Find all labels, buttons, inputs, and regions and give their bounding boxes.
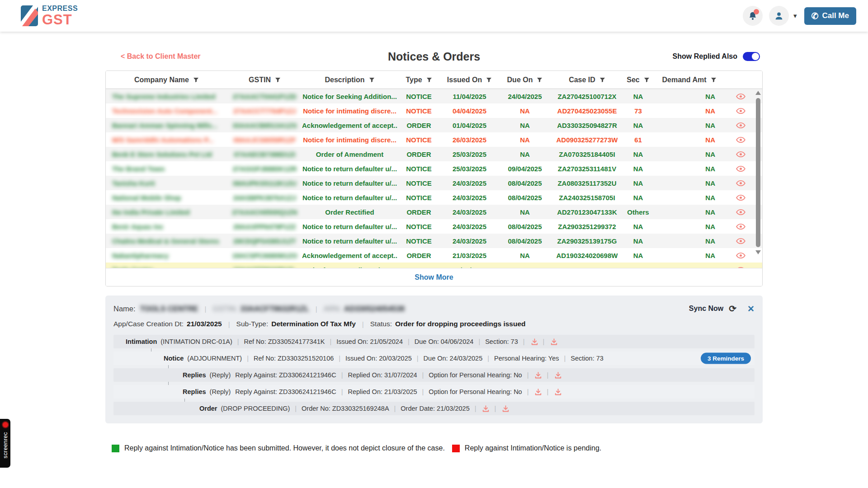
show-replied-toggle[interactable] (743, 52, 760, 61)
column-header-case-id[interactable]: Case ID (551, 76, 623, 84)
filter-icon[interactable] (275, 77, 281, 83)
thread-label: Replies (183, 388, 206, 395)
refresh-icon[interactable]: ⟳ (729, 303, 736, 314)
row-view-button[interactable] (725, 136, 756, 143)
filter-icon[interactable] (426, 77, 432, 83)
table-row[interactable]: Nakantipharmacy19ACSPC6680M1ZOAcknowledg… (106, 248, 762, 263)
row-view-button[interactable] (725, 180, 756, 187)
cell-issued-on: 24/03/2025 (440, 223, 499, 230)
call-me-button[interactable]: ✆ Call Me (804, 7, 856, 25)
table-row[interactable]: Itw India Private Limited27AAACH0500Q1ZN… (106, 205, 762, 219)
name-label: Name: (113, 305, 136, 313)
view-details-eye-icon[interactable] (736, 194, 746, 201)
table-row[interactable]: M/S Samriddhi Automations P...09AAJCS805… (106, 132, 762, 147)
filter-icon[interactable] (599, 77, 605, 83)
table-row[interactable]: Tanisha Kurti08AUPKS5112K1ZUNotice to re… (106, 176, 762, 190)
table-row[interactable]: The Supreme Industries Limited27AAACT044… (106, 89, 762, 103)
download-button[interactable] (535, 372, 542, 379)
view-details-eye-icon[interactable] (736, 180, 746, 187)
column-header-gstin[interactable]: GSTIN (227, 76, 302, 84)
download-icon[interactable] (535, 372, 542, 379)
view-details-eye-icon[interactable] (736, 108, 746, 114)
column-header-type[interactable]: Type (397, 76, 440, 84)
notifications-button[interactable] (743, 6, 763, 26)
row-view-button[interactable] (725, 151, 756, 158)
download-button[interactable] (535, 389, 542, 395)
scroll-down-arrow[interactable] (755, 250, 761, 254)
view-details-eye-icon[interactable] (736, 151, 746, 158)
view-details-eye-icon[interactable] (736, 122, 746, 129)
view-details-eye-icon[interactable] (736, 93, 746, 100)
view-details-eye-icon[interactable] (736, 238, 746, 244)
cell-demand-amt: NA (653, 150, 725, 158)
row-view-button[interactable] (725, 93, 756, 100)
table-row[interactable]: Benk E Store Solutions Pvt Ltd07AAECB739… (106, 147, 762, 161)
row-view-button[interactable] (725, 209, 756, 216)
download-icon[interactable] (551, 338, 557, 345)
download-icon[interactable] (555, 389, 561, 395)
view-details-eye-icon[interactable] (736, 165, 746, 172)
filter-icon[interactable] (537, 77, 542, 83)
scroll-up-arrow[interactable] (755, 91, 761, 95)
column-header-description[interactable]: Description (302, 76, 397, 84)
cell-case-id: ZA2903251299372 (551, 223, 623, 230)
filter-icon[interactable] (193, 77, 199, 83)
screenrec-widget[interactable]: screenrec (0, 419, 10, 468)
row-view-button[interactable] (725, 223, 756, 230)
download-button[interactable] (531, 338, 538, 345)
table-row[interactable]: The Brand Town27AGGPJ8880K1ZRNotice to r… (106, 161, 762, 176)
column-header-company-name[interactable]: Company Name (106, 76, 227, 84)
row-view-button[interactable] (725, 194, 756, 201)
row-view-button[interactable] (725, 252, 756, 259)
view-details-eye-icon[interactable] (736, 252, 746, 259)
download-button[interactable] (551, 338, 557, 345)
scrollbar-thumb[interactable] (756, 98, 760, 247)
reminders-badge[interactable]: 3 Reminders (701, 353, 751, 364)
row-view-button[interactable] (725, 122, 756, 129)
cell-issued-on: 04/04/2025 (440, 107, 499, 115)
table-row[interactable]: Technovision Auto Component...27AACCT776… (106, 103, 762, 118)
cell-issued-on: 24/03/2025 (440, 179, 499, 187)
row-view-button[interactable] (725, 165, 756, 172)
cell-type: NOTICE (397, 165, 440, 173)
download-icon[interactable] (482, 405, 489, 412)
table-row[interactable]: Tools Centre33AACFT8632R1ZLOrder for pro… (106, 263, 762, 268)
download-icon[interactable] (555, 372, 561, 379)
view-details-eye-icon[interactable] (736, 223, 746, 230)
download-icon[interactable] (535, 389, 542, 395)
view-details-eye-icon[interactable] (736, 136, 746, 143)
download-icon[interactable] (502, 405, 509, 412)
column-header-issued-on[interactable]: Issued On (440, 76, 499, 84)
download-button[interactable] (502, 405, 509, 412)
notices-table: Company NameGSTINDescriptionTypeIssued O… (105, 70, 763, 286)
column-header-sec[interactable]: Sec (623, 76, 653, 84)
download-button[interactable] (555, 389, 561, 395)
table-row[interactable]: Chaitra Medical & General Stores29CDQPS4… (106, 234, 762, 248)
express-gst-logo: EXPRESS GST (21, 5, 78, 27)
cell-case-id: ZA270425100712X (551, 93, 623, 100)
filter-icon[interactable] (486, 77, 492, 83)
show-more-link[interactable]: Show More (415, 273, 453, 282)
table-scrollbar[interactable] (755, 91, 761, 266)
sync-now-button[interactable]: Sync Now (689, 305, 723, 313)
filter-icon[interactable] (644, 77, 650, 83)
download-button[interactable] (555, 372, 561, 379)
table-row[interactable]: National Mobile Shop24ASBPK3876A1ZJNotic… (106, 190, 762, 205)
column-header-demand-amt[interactable]: Demand Amt (653, 76, 725, 84)
download-button[interactable] (482, 405, 489, 412)
column-header-due-on[interactable]: Due On (499, 76, 551, 84)
view-details-eye-icon[interactable] (736, 209, 746, 216)
table-row[interactable]: Bannari Amman Spinning Mills...33AAACB85… (106, 118, 762, 132)
account-chevron-down-icon[interactable]: ▾ (793, 12, 797, 20)
client-name-value: TOOLS CENTRE (140, 305, 198, 313)
thread-sublabel: (ADJOURNMENT) (187, 355, 242, 362)
row-view-button[interactable] (725, 238, 756, 244)
row-view-button[interactable] (725, 108, 756, 114)
close-icon[interactable]: ✕ (747, 304, 755, 314)
table-row[interactable]: Benir Aquas Inc29AAXPP6479P1ZZNotice to … (106, 219, 762, 234)
filter-icon[interactable] (369, 77, 375, 83)
filter-icon[interactable] (711, 77, 717, 83)
download-icon[interactable] (531, 338, 538, 345)
account-button[interactable] (769, 6, 789, 26)
cell-company: Chaitra Medical & General Stores (106, 237, 227, 245)
